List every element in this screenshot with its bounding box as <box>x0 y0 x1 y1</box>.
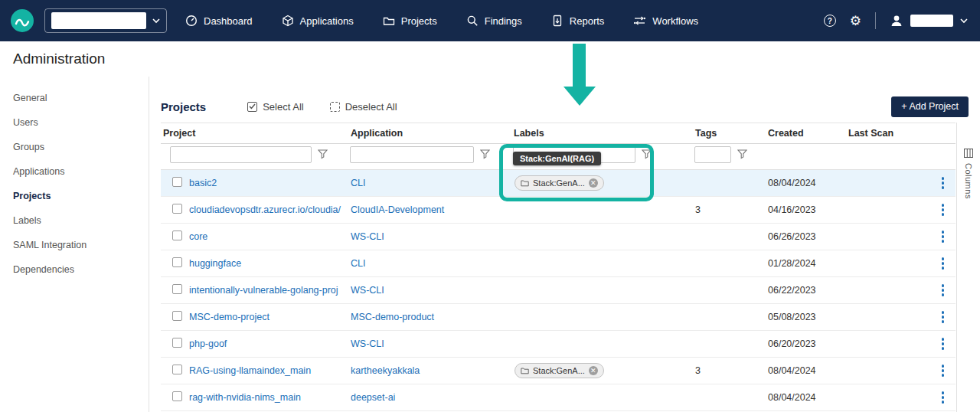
row-checkbox[interactable] <box>172 391 182 401</box>
user-menu[interactable] <box>890 14 968 28</box>
label-chip[interactable]: Stack:GenA... ✕ <box>514 175 604 191</box>
nav-workflows[interactable]: Workflows <box>633 15 698 27</box>
sidebar-item-groups[interactable]: Groups <box>0 135 149 159</box>
column-header-project[interactable]: Project <box>161 128 348 139</box>
application-link[interactable]: CLI <box>348 258 511 269</box>
row-checkbox[interactable] <box>172 204 182 214</box>
report-document-icon <box>551 15 564 27</box>
application-link[interactable]: MSC-demo-product <box>348 312 511 322</box>
deselect-all-label: Deselect All <box>345 101 397 113</box>
project-link[interactable]: intentionally-vulnerable-golang-proj <box>187 285 348 296</box>
columns-panel-toggle[interactable]: Columns <box>956 123 980 412</box>
mend-logo-icon[interactable] <box>11 9 34 32</box>
labels-filter-tooltip: Stack:GenAI(RAG) <box>513 152 601 165</box>
user-name <box>910 15 953 27</box>
section-title: Projects <box>161 100 206 113</box>
application-link[interactable]: kartheekyakkala <box>348 365 511 376</box>
main-content: Projects Select All Deselect All + Add P… <box>150 77 980 412</box>
tags-filter-input[interactable] <box>694 146 731 163</box>
row-checkbox[interactable] <box>172 257 182 267</box>
column-header-last-scan[interactable]: Last Scan <box>846 128 930 139</box>
column-header-labels[interactable]: Labels <box>511 128 693 139</box>
label-chip[interactable]: Stack:GenA... ✕ <box>514 363 604 378</box>
application-link[interactable]: WS-CLI <box>348 285 511 296</box>
tags-filter-funnel-icon[interactable] <box>737 149 747 159</box>
label-chip-text: Stack:GenA... <box>533 366 585 375</box>
project-link[interactable]: RAG-using-llamaindex_main <box>187 365 348 376</box>
project-link[interactable]: basic2 <box>187 178 348 188</box>
project-link[interactable]: cloudiadevopsdtr.azurecr.io/cloudia/ <box>187 204 348 215</box>
row-checkbox[interactable] <box>172 311 182 321</box>
row-actions-menu[interactable] <box>930 197 956 223</box>
project-link[interactable]: MSC-demo-project <box>187 312 348 322</box>
row-actions-menu[interactable] <box>930 170 956 196</box>
remove-label-icon[interactable]: ✕ <box>589 178 598 188</box>
row-actions-menu[interactable] <box>930 304 956 330</box>
row-checkbox[interactable] <box>172 338 182 348</box>
application-link[interactable]: CloudIA-Development <box>348 204 511 215</box>
row-actions-menu[interactable] <box>930 277 956 303</box>
select-all-button[interactable]: Select All <box>247 101 303 113</box>
row-checkbox[interactable] <box>172 284 182 294</box>
row-actions-menu[interactable] <box>930 331 956 357</box>
row-actions-menu[interactable] <box>930 224 956 250</box>
top-nav: Dashboard Applications Projects Findings <box>0 0 980 41</box>
help-icon[interactable]: ? <box>824 15 836 27</box>
row-actions-menu[interactable] <box>930 358 956 384</box>
remove-label-icon[interactable]: ✕ <box>589 366 598 375</box>
row-checkbox[interactable] <box>172 177 182 187</box>
folder-icon <box>383 15 395 27</box>
application-link[interactable]: CLI <box>348 178 511 188</box>
nav-projects[interactable]: Projects <box>383 15 437 27</box>
nav-divider <box>875 12 876 29</box>
created-value: 04/16/2023 <box>766 204 846 215</box>
application-link[interactable]: WS-CLI <box>348 338 511 349</box>
application-filter-input[interactable] <box>350 146 474 163</box>
sidebar-item-labels[interactable]: Labels <box>0 208 149 233</box>
column-header-created[interactable]: Created <box>766 128 846 139</box>
folder-icon <box>521 368 529 374</box>
project-link[interactable]: php-goof <box>187 338 348 349</box>
column-header-tags[interactable]: Tags <box>693 128 766 139</box>
sidebar-item-general[interactable]: General <box>0 86 149 110</box>
nav-label: Dashboard <box>204 15 253 27</box>
main-nav: Dashboard Applications Projects Findings <box>185 15 698 27</box>
nav-label: Applications <box>300 15 354 27</box>
sidebar-item-projects[interactable]: Projects <box>0 184 149 208</box>
row-actions-menu[interactable] <box>930 250 956 276</box>
column-header-application[interactable]: Application <box>348 128 511 139</box>
created-value: 05/08/2023 <box>766 312 846 322</box>
nav-reports[interactable]: Reports <box>551 15 605 27</box>
deselect-all-button[interactable]: Deselect All <box>330 101 397 113</box>
add-project-button[interactable]: + Add Project <box>891 96 969 117</box>
application-link[interactable]: deepset-ai <box>348 392 511 403</box>
created-value: 08/04/2024 <box>766 365 846 376</box>
sidebar-item-applications[interactable]: Applications <box>0 159 149 184</box>
nav-dashboard[interactable]: Dashboard <box>185 15 253 27</box>
sidebar-item-users[interactable]: Users <box>0 110 149 135</box>
project-link[interactable]: rag-with-nvidia-nims_main <box>187 392 348 403</box>
row-actions-menu[interactable] <box>930 384 956 410</box>
gear-icon[interactable]: ⚙ <box>850 15 861 28</box>
user-avatar-icon <box>890 14 903 28</box>
chevron-down-icon <box>960 18 968 24</box>
dashed-checkbox-icon <box>330 102 340 112</box>
nav-applications[interactable]: Applications <box>282 15 354 27</box>
project-link[interactable]: core <box>187 231 348 242</box>
row-checkbox[interactable] <box>172 365 182 374</box>
search-icon <box>466 15 479 27</box>
sidebar-item-dependencies[interactable]: Dependencies <box>0 257 149 282</box>
nav-findings[interactable]: Findings <box>466 15 522 27</box>
org-selector-value <box>51 12 146 29</box>
nav-label: Projects <box>401 15 437 27</box>
project-filter-funnel-icon[interactable] <box>318 149 328 159</box>
application-link[interactable]: WS-CLI <box>348 231 511 242</box>
project-link[interactable]: huggingface <box>187 258 348 269</box>
row-checkbox[interactable] <box>172 231 182 240</box>
checked-checkbox-icon <box>247 102 257 112</box>
project-filter-input[interactable] <box>170 146 312 163</box>
org-selector[interactable] <box>44 8 167 33</box>
labels-filter-funnel-icon[interactable] <box>642 149 652 159</box>
sidebar-item-saml-integration[interactable]: SAML Integration <box>0 233 149 257</box>
application-filter-funnel-icon[interactable] <box>480 149 490 159</box>
